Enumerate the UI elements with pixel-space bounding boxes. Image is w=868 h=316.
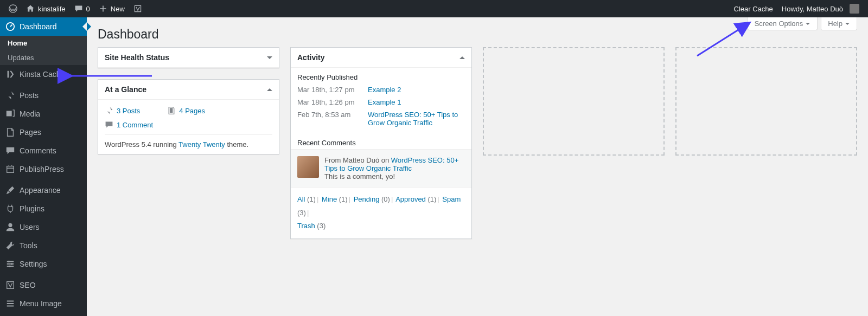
kinsta-icon: [5, 69, 15, 79]
sidebar-label-settings: Settings: [20, 260, 47, 268]
glance-version-prefix: WordPress 5.4 running: [105, 140, 178, 149]
sidebar-item-pages[interactable]: Pages: [0, 123, 87, 141]
help-label: Help: [828, 20, 843, 28]
menu-icon: [5, 299, 15, 308]
sliders-icon: [5, 259, 15, 269]
glance-theme-link[interactable]: Twenty Twenty: [178, 140, 225, 149]
clear-cache-label: Clear Cache: [734, 5, 773, 13]
site-name-label: kinstalife: [38, 5, 66, 13]
wrench-icon: [5, 241, 15, 250]
toggle-up-icon[interactable]: [459, 56, 465, 59]
widget-activity-header[interactable]: Activity: [291, 48, 471, 68]
widget-site-health-title: Site Health Status: [105, 53, 169, 62]
widget-glance-header[interactable]: At a Glance: [98, 80, 279, 100]
dashboard-col-3: [483, 47, 665, 156]
sidebar-label-kinsta-cache: Kinsta Cache: [20, 70, 65, 79]
widget-activity: Activity Recently Published Mar 18th, 1:…: [290, 47, 472, 239]
chevron-down-icon: [805, 21, 810, 27]
toggle-up-icon[interactable]: [267, 88, 272, 91]
sidebar-item-dashboard[interactable]: Dashboard: [0, 17, 87, 36]
toolbar-comments[interactable]: 0: [70, 0, 94, 17]
sidebar-item-publishpress[interactable]: PublishPress: [0, 160, 87, 178]
activity-post-row: Mar 18th, 1:27 pm Example 2: [297, 83, 465, 96]
sidebar-item-comments[interactable]: Comments: [0, 141, 87, 160]
activity-recently-published: Recently Published: [291, 68, 471, 83]
sidebar-item-appearance[interactable]: Appearance: [0, 181, 87, 199]
widget-glance-title: At a Glance: [105, 85, 146, 94]
empty-widget-drop[interactable]: [675, 47, 857, 156]
glance-version-suffix: theme.: [225, 140, 248, 149]
howdy-label: Howdy, Matteo Duò: [782, 5, 843, 13]
sidebar-item-posts[interactable]: Posts: [0, 86, 87, 105]
plugin-icon: [5, 204, 15, 214]
activity-post-date: Mar 18th, 1:26 pm: [297, 98, 362, 106]
toolbar-new[interactable]: New: [94, 0, 129, 17]
filter-spam[interactable]: Spam: [442, 195, 461, 203]
svg-point-4: [8, 261, 10, 263]
widget-activity-title: Activity: [297, 53, 325, 62]
sidebar-item-users[interactable]: Users: [0, 218, 87, 236]
widget-site-health-header[interactable]: Site Health Status: [98, 48, 279, 68]
toolbar-clear-cache[interactable]: Clear Cache: [730, 0, 777, 17]
glance-comments[interactable]: 1 Comment: [105, 120, 272, 134]
activity-post-title[interactable]: Example 1: [368, 98, 401, 106]
sidebar-subitem-home[interactable]: Home: [0, 36, 87, 50]
admin-sidebar: Dashboard Home Updates Kinsta Cache Post…: [0, 17, 87, 316]
sidebar-item-settings[interactable]: Settings: [0, 255, 87, 273]
sidebar-item-menu-image[interactable]: Menu Image: [0, 294, 87, 313]
sidebar-item-tools[interactable]: Tools: [0, 236, 87, 255]
wp-logo[interactable]: [4, 0, 22, 17]
glance-pages[interactable]: 4 Pages: [167, 106, 205, 115]
avatar: [297, 156, 319, 178]
activity-post-title[interactable]: Example 2: [368, 86, 401, 94]
svg-rect-2: [7, 166, 14, 173]
filter-spam-count: (3): [297, 209, 306, 217]
yoast-seo-icon: [5, 280, 15, 290]
glance-posts[interactable]: 3 Posts: [105, 106, 140, 115]
filter-all[interactable]: All: [297, 195, 305, 203]
filter-pending-count: (0): [379, 195, 390, 203]
sidebar-subitem-updates[interactable]: Updates: [0, 50, 87, 65]
dashboard-col-2: Activity Recently Published Mar 18th, 1:…: [290, 47, 472, 239]
sidebar-item-seo[interactable]: SEO: [0, 276, 87, 294]
sidebar-item-media[interactable]: Media: [0, 105, 87, 123]
toolbar-account[interactable]: Howdy, Matteo Duò: [777, 0, 864, 17]
filter-trash[interactable]: Trash: [297, 222, 315, 230]
sidebar-label-appearance: Appearance: [20, 186, 61, 195]
dashboard-col-1: Site Health Status At a Glance 3 Posts: [98, 47, 279, 154]
filter-approved[interactable]: Approved: [395, 195, 426, 203]
filter-pending[interactable]: Pending: [354, 195, 380, 203]
empty-widget-drop[interactable]: [483, 47, 665, 156]
brush-icon: [5, 185, 15, 195]
chevron-down-icon: [845, 21, 850, 27]
toggle-down-icon[interactable]: [267, 56, 272, 59]
sidebar-item-collapse[interactable]: Collapse menu: [0, 313, 87, 316]
calendar-icon: [5, 164, 15, 174]
screen-meta-tabs: Screen Options Help: [748, 17, 857, 30]
sidebar-label-media: Media: [20, 109, 40, 118]
filter-mine[interactable]: Mine: [322, 195, 337, 203]
screen-options-tab[interactable]: Screen Options: [748, 17, 818, 30]
activity-post-date: Mar 18th, 1:27 pm: [297, 86, 362, 94]
toolbar-comments-count: 0: [86, 5, 90, 13]
activity-filters: All (1)| Mine (1)| Pending (0)| Approved…: [291, 187, 471, 238]
page-title: Dashboard: [98, 17, 857, 47]
site-name[interactable]: kinstalife: [22, 0, 70, 17]
sidebar-label-comments: Comments: [20, 146, 56, 155]
sidebar-item-kinsta-cache[interactable]: Kinsta Cache: [0, 65, 87, 83]
plus-icon: [99, 4, 107, 13]
svg-point-5: [11, 263, 13, 265]
glance-posts-label: 3 Posts: [117, 107, 140, 115]
admin-toolbar: kinstalife 0 New Clear Cache Howdy, Matt…: [0, 0, 868, 17]
filter-mine-count: (1): [337, 195, 348, 203]
toolbar-new-label: New: [111, 5, 125, 13]
yoast-icon: [133, 4, 142, 13]
toolbar-yoast[interactable]: [129, 0, 146, 17]
activity-post-date: Feb 7th, 8:53 am: [297, 111, 362, 127]
help-tab[interactable]: Help: [821, 17, 857, 30]
sidebar-label-pages: Pages: [20, 128, 41, 137]
sidebar-label-users: Users: [20, 223, 40, 231]
sidebar-item-plugins[interactable]: Plugins: [0, 199, 87, 218]
pages-icon: [167, 106, 176, 115]
activity-post-title[interactable]: WordPress SEO: 50+ Tips to Grow Organic …: [368, 111, 465, 127]
